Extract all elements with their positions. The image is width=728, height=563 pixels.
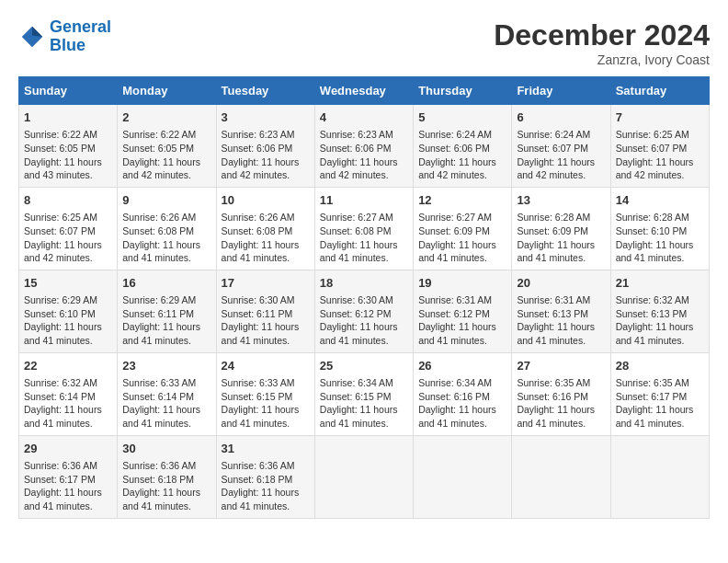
- day-info: Sunrise: 6:32 AMSunset: 6:13 PMDaylight:…: [616, 293, 704, 348]
- calendar-cell: 12Sunrise: 6:27 AMSunset: 6:09 PMDayligh…: [414, 187, 512, 270]
- calendar-cell: 20Sunrise: 6:31 AMSunset: 6:13 PMDayligh…: [512, 270, 610, 352]
- day-number: 7: [616, 109, 704, 126]
- day-number: 24: [222, 358, 310, 374]
- day-info: Sunrise: 6:26 AMSunset: 6:08 PMDaylight:…: [222, 211, 310, 265]
- calendar-cell: 5Sunrise: 6:24 AMSunset: 6:06 PMDaylight…: [414, 105, 512, 188]
- calendar-cell: 3Sunrise: 6:23 AMSunset: 6:06 PMDaylight…: [216, 105, 314, 188]
- logo-line2: Blue: [50, 36, 85, 54]
- day-number: 19: [418, 275, 506, 292]
- day-number: 18: [320, 275, 408, 292]
- calendar-cell: 30Sunrise: 6:36 AMSunset: 6:18 PMDayligh…: [118, 435, 216, 518]
- title-block: December 2024 Zanzra, Ivory Coast: [494, 18, 710, 67]
- day-info: Sunrise: 6:27 AMSunset: 6:09 PMDaylight:…: [418, 211, 506, 265]
- week-row-5: 29Sunrise: 6:36 AMSunset: 6:17 PMDayligh…: [19, 435, 710, 518]
- day-number: 2: [122, 109, 210, 126]
- day-number: 1: [24, 109, 112, 126]
- calendar-cell: 16Sunrise: 6:29 AMSunset: 6:11 PMDayligh…: [118, 270, 216, 352]
- day-number: 8: [24, 192, 112, 209]
- header-saturday: Saturday: [610, 77, 709, 105]
- day-info: Sunrise: 6:28 AMSunset: 6:09 PMDaylight:…: [517, 211, 605, 265]
- week-row-1: 1Sunrise: 6:22 AMSunset: 6:05 PMDaylight…: [19, 105, 710, 188]
- calendar-cell: 2Sunrise: 6:22 AMSunset: 6:05 PMDaylight…: [118, 105, 216, 188]
- day-info: Sunrise: 6:26 AMSunset: 6:08 PMDaylight:…: [122, 211, 210, 265]
- day-info: Sunrise: 6:27 AMSunset: 6:08 PMDaylight:…: [320, 211, 408, 265]
- day-info: Sunrise: 6:30 AMSunset: 6:11 PMDaylight:…: [222, 293, 310, 348]
- calendar-cell: 7Sunrise: 6:25 AMSunset: 6:07 PMDaylight…: [610, 105, 709, 188]
- day-info: Sunrise: 6:36 AMSunset: 6:18 PMDaylight:…: [222, 459, 310, 513]
- day-number: 23: [122, 358, 210, 374]
- logo-line1: General: [50, 17, 111, 36]
- day-number: 29: [24, 441, 112, 457]
- day-number: 4: [320, 109, 408, 126]
- day-info: Sunrise: 6:22 AMSunset: 6:05 PMDaylight:…: [122, 128, 210, 182]
- calendar-cell: 9Sunrise: 6:26 AMSunset: 6:08 PMDaylight…: [118, 187, 216, 270]
- day-info: Sunrise: 6:29 AMSunset: 6:10 PMDaylight:…: [24, 293, 112, 348]
- day-info: Sunrise: 6:24 AMSunset: 6:06 PMDaylight:…: [418, 128, 506, 182]
- calendar-header: SundayMondayTuesdayWednesdayThursdayFrid…: [19, 77, 710, 105]
- day-info: Sunrise: 6:31 AMSunset: 6:13 PMDaylight:…: [517, 293, 605, 348]
- week-row-3: 15Sunrise: 6:29 AMSunset: 6:10 PMDayligh…: [19, 270, 710, 352]
- day-info: Sunrise: 6:24 AMSunset: 6:07 PMDaylight:…: [517, 128, 605, 182]
- day-info: Sunrise: 6:25 AMSunset: 6:07 PMDaylight:…: [24, 211, 112, 265]
- day-number: 25: [320, 358, 408, 374]
- day-info: Sunrise: 6:36 AMSunset: 6:17 PMDaylight:…: [24, 459, 112, 513]
- day-info: Sunrise: 6:23 AMSunset: 6:06 PMDaylight:…: [320, 128, 408, 182]
- day-info: Sunrise: 6:33 AMSunset: 6:15 PMDaylight:…: [222, 376, 310, 431]
- calendar-body: 1Sunrise: 6:22 AMSunset: 6:05 PMDaylight…: [19, 105, 710, 519]
- day-info: Sunrise: 6:33 AMSunset: 6:14 PMDaylight:…: [122, 376, 210, 431]
- day-number: 14: [616, 192, 704, 209]
- day-number: 30: [122, 441, 210, 457]
- day-number: 13: [517, 192, 605, 209]
- day-info: Sunrise: 6:29 AMSunset: 6:11 PMDaylight:…: [122, 293, 210, 348]
- calendar-cell: 14Sunrise: 6:28 AMSunset: 6:10 PMDayligh…: [610, 187, 709, 270]
- day-info: Sunrise: 6:36 AMSunset: 6:18 PMDaylight:…: [122, 459, 210, 513]
- header-thursday: Thursday: [414, 77, 512, 105]
- calendar-cell: 18Sunrise: 6:30 AMSunset: 6:12 PMDayligh…: [314, 270, 413, 352]
- calendar-cell: [414, 435, 512, 518]
- calendar-cell: 11Sunrise: 6:27 AMSunset: 6:08 PMDayligh…: [314, 187, 413, 270]
- header-tuesday: Tuesday: [216, 77, 314, 105]
- day-number: 12: [418, 192, 506, 209]
- calendar-cell: [610, 435, 709, 518]
- day-info: Sunrise: 6:30 AMSunset: 6:12 PMDaylight:…: [320, 293, 408, 348]
- calendar-cell: 1Sunrise: 6:22 AMSunset: 6:05 PMDaylight…: [19, 105, 118, 188]
- day-info: Sunrise: 6:35 AMSunset: 6:17 PMDaylight:…: [616, 376, 704, 431]
- day-number: 21: [616, 275, 704, 292]
- calendar-cell: 4Sunrise: 6:23 AMSunset: 6:06 PMDaylight…: [314, 105, 413, 188]
- calendar-cell: 17Sunrise: 6:30 AMSunset: 6:11 PMDayligh…: [216, 270, 314, 352]
- calendar-cell: 15Sunrise: 6:29 AMSunset: 6:10 PMDayligh…: [19, 270, 118, 352]
- calendar-cell: 24Sunrise: 6:33 AMSunset: 6:15 PMDayligh…: [216, 352, 314, 435]
- day-number: 17: [222, 275, 310, 292]
- logo-icon: [18, 23, 46, 51]
- location: Zanzra, Ivory Coast: [494, 52, 710, 67]
- day-info: Sunrise: 6:34 AMSunset: 6:15 PMDaylight:…: [320, 376, 408, 431]
- svg-marker-1: [32, 27, 42, 37]
- calendar-cell: 29Sunrise: 6:36 AMSunset: 6:17 PMDayligh…: [19, 435, 118, 518]
- day-number: 20: [517, 275, 605, 292]
- logo-text: General Blue: [50, 18, 111, 55]
- header-friday: Friday: [512, 77, 610, 105]
- week-row-4: 22Sunrise: 6:32 AMSunset: 6:14 PMDayligh…: [19, 352, 710, 435]
- header-sunday: Sunday: [19, 77, 118, 105]
- day-number: 26: [418, 358, 506, 374]
- day-number: 27: [517, 358, 605, 374]
- calendar-cell: 27Sunrise: 6:35 AMSunset: 6:16 PMDayligh…: [512, 352, 610, 435]
- day-number: 3: [222, 109, 310, 126]
- header-row: SundayMondayTuesdayWednesdayThursdayFrid…: [19, 77, 710, 105]
- calendar-cell: [512, 435, 610, 518]
- calendar-cell: 25Sunrise: 6:34 AMSunset: 6:15 PMDayligh…: [314, 352, 413, 435]
- calendar-cell: 6Sunrise: 6:24 AMSunset: 6:07 PMDaylight…: [512, 105, 610, 188]
- day-info: Sunrise: 6:31 AMSunset: 6:12 PMDaylight:…: [418, 293, 506, 348]
- day-number: 6: [517, 109, 605, 126]
- day-info: Sunrise: 6:25 AMSunset: 6:07 PMDaylight:…: [616, 128, 704, 182]
- day-info: Sunrise: 6:34 AMSunset: 6:16 PMDaylight:…: [418, 376, 506, 431]
- calendar-cell: 8Sunrise: 6:25 AMSunset: 6:07 PMDaylight…: [19, 187, 118, 270]
- calendar-cell: 21Sunrise: 6:32 AMSunset: 6:13 PMDayligh…: [610, 270, 709, 352]
- day-number: 11: [320, 192, 408, 209]
- day-info: Sunrise: 6:22 AMSunset: 6:05 PMDaylight:…: [24, 128, 112, 182]
- day-info: Sunrise: 6:28 AMSunset: 6:10 PMDaylight:…: [616, 211, 704, 265]
- logo: General Blue: [18, 18, 111, 55]
- calendar-cell: 19Sunrise: 6:31 AMSunset: 6:12 PMDayligh…: [414, 270, 512, 352]
- header-wednesday: Wednesday: [314, 77, 413, 105]
- day-number: 9: [122, 192, 210, 209]
